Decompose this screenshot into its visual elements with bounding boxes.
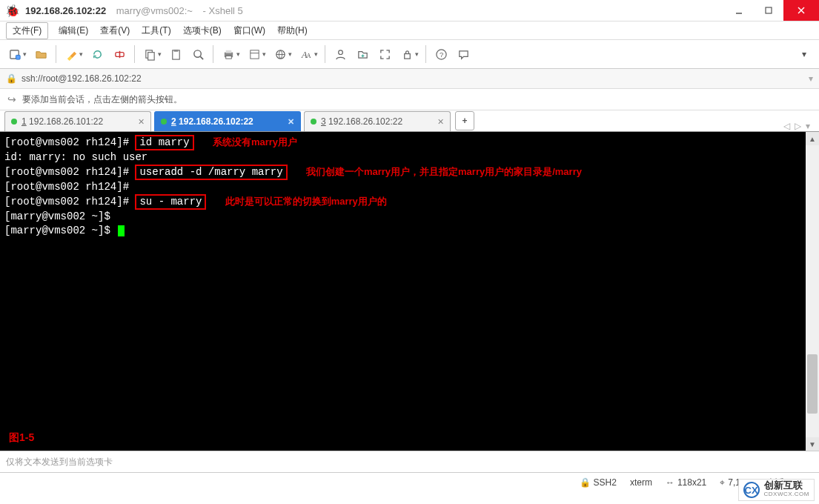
svg-rect-5: [16, 55, 20, 59]
status-dot-icon: [11, 119, 17, 125]
user-button[interactable]: [330, 44, 351, 64]
lock-button[interactable]: [397, 44, 421, 64]
properties-button[interactable]: [244, 44, 268, 64]
minimize-button[interactable]: [724, 0, 754, 21]
fullscreen-button[interactable]: [374, 44, 395, 64]
maximize-button[interactable]: [754, 0, 783, 21]
address-dropdown-icon[interactable]: ▾: [809, 73, 813, 84]
menu-tools[interactable]: 工具(T): [136, 23, 176, 39]
tab-strip: 1 192.168.26.101:22 ✕ 2 192.168.26.102:2…: [0, 110, 819, 132]
tab-close-icon[interactable]: ✕: [437, 117, 444, 127]
add-tab-button[interactable]: +: [455, 111, 474, 130]
figure-label: 图1-5: [9, 431, 34, 445]
tab-close-icon[interactable]: ✕: [138, 117, 145, 127]
svg-rect-1: [766, 7, 772, 13]
help-button[interactable]: ?: [431, 44, 451, 64]
xftp-button[interactable]: [352, 44, 373, 64]
status-term: xterm: [630, 477, 652, 488]
tab-label: 2 192.168.26.102:22: [171, 116, 253, 127]
compose-input[interactable]: 仅将文本发送到当前选项卡: [0, 451, 819, 473]
window-controls: [724, 0, 819, 21]
tab-1[interactable]: 1 192.168.26.101:22 ✕: [4, 111, 151, 131]
cursor: [118, 225, 125, 236]
lock-icon: 🔒: [6, 73, 17, 84]
copy-button[interactable]: [139, 44, 164, 64]
highlight-button[interactable]: [61, 44, 85, 64]
new-session-button[interactable]: [4, 44, 29, 64]
status-bar: 🔒SSH2 xterm ↔118x21 ⌖7,19 3 会话 ⊕ ▾: [0, 473, 819, 492]
app-window: 🐞 192.168.26.102:22 marry@vms002:~ - Xsh…: [0, 0, 819, 504]
window-title: 192.168.26.102:22 marry@vms002:~ - Xshel…: [25, 5, 243, 16]
svg-point-22: [338, 50, 342, 54]
close-button[interactable]: [783, 0, 819, 21]
toolbar-overflow-button[interactable]: ▾: [794, 44, 815, 64]
hint-text: 要添加当前会话，点击左侧的箭头按钮。: [22, 93, 182, 106]
open-session-button[interactable]: [30, 44, 51, 64]
scroll-up-icon[interactable]: ▲: [806, 132, 819, 145]
status-dot-icon: [161, 119, 167, 125]
annotation: 系统没有marry用户: [213, 136, 297, 147]
tab-close-icon[interactable]: ✕: [288, 117, 294, 127]
menu-view[interactable]: 查看(V): [94, 23, 136, 39]
menu-edit[interactable]: 编辑(E): [53, 23, 94, 39]
reconnect-button[interactable]: [87, 44, 107, 64]
menu-window[interactable]: 窗口(W): [228, 23, 271, 39]
address-text: ssh://root@192.168.26.102:22: [21, 73, 142, 84]
tab-3[interactable]: 3 192.168.26.102:22 ✕: [304, 111, 451, 131]
svg-text:?: ?: [439, 50, 442, 59]
menu-help[interactable]: 帮助(H): [271, 23, 314, 39]
globe-button[interactable]: [270, 44, 294, 64]
svg-rect-11: [173, 49, 178, 51]
cmd-highlight: su - marry: [135, 194, 206, 210]
tab-nav: ◁ ▷ ▾: [783, 121, 815, 131]
font-button[interactable]: AA: [296, 44, 320, 64]
toolbar: AA ? ▾: [0, 40, 819, 69]
svg-rect-16: [226, 56, 232, 59]
caret-icon: ⌖: [720, 477, 725, 488]
title-session: marry@vms002:~: [116, 5, 193, 16]
print-button[interactable]: [218, 44, 242, 64]
annotation: 此时是可以正常的切换到marry用户的: [225, 196, 387, 207]
address-bar[interactable]: 🔒 ssh://root@192.168.26.102:22 ▾: [0, 69, 819, 89]
terminal-area[interactable]: [root@vms002 rh124]# id marry 系统没有marry用…: [0, 132, 819, 451]
size-icon: ↔: [666, 477, 674, 488]
paste-button[interactable]: [165, 44, 186, 64]
feedback-button[interactable]: [453, 44, 474, 64]
scroll-down-icon[interactable]: ▼: [806, 437, 819, 451]
status-size: ↔118x21: [666, 477, 706, 488]
annotation: 我们创建一个marry用户，并且指定marry用户的家目录是/marry: [306, 166, 582, 177]
terminal-scrollbar[interactable]: ▲ ▼: [806, 132, 819, 451]
tab-list-icon[interactable]: ▾: [806, 121, 810, 131]
menu-bar: 文件(F) 编辑(E) 查看(V) 工具(T) 选项卡(B) 窗口(W) 帮助(…: [0, 21, 819, 40]
compose-placeholder: 仅将文本发送到当前选项卡: [6, 456, 113, 468]
status-dot-icon: [311, 119, 316, 125]
svg-text:A: A: [307, 52, 312, 59]
toolbar-sep: [325, 45, 325, 63]
svg-line-13: [200, 56, 203, 59]
status-proto: 🔒SSH2: [580, 477, 617, 488]
menu-file[interactable]: 文件(F): [6, 22, 48, 39]
tab-prev-icon[interactable]: ◁: [783, 121, 790, 131]
add-arrow-icon[interactable]: ↪: [6, 93, 18, 105]
tab-next-icon[interactable]: ▷: [795, 121, 801, 131]
tab-2[interactable]: 2 192.168.26.102:22 ✕: [154, 111, 301, 131]
toolbar-sep: [56, 45, 56, 63]
terminal-output: [root@vms002 rh124]# id marry 系统没有marry用…: [0, 132, 806, 451]
svg-rect-9: [148, 52, 155, 59]
title-bar: 🐞 192.168.26.102:22 marry@vms002:~ - Xsh…: [0, 0, 819, 21]
hint-bar: ↪ 要添加当前会话，点击左侧的箭头按钮。: [0, 89, 819, 110]
svg-rect-15: [226, 50, 232, 53]
lock-icon: 🔒: [580, 477, 591, 488]
app-icon: 🐞: [6, 4, 19, 17]
watermark-logo-icon: CX: [743, 482, 760, 498]
svg-rect-17: [251, 50, 259, 58]
cmd-highlight: useradd -d /marry marry: [135, 165, 287, 180]
scroll-thumb[interactable]: [807, 354, 818, 414]
disconnect-button[interactable]: [109, 44, 130, 64]
tab-label: 1 192.168.26.101:22: [21, 116, 103, 127]
menu-tabs[interactable]: 选项卡(B): [177, 23, 228, 39]
find-button[interactable]: [188, 44, 208, 64]
title-app: - Xshell 5: [203, 5, 243, 16]
tab-label: 3 192.168.26.102:22: [321, 116, 402, 127]
svg-point-12: [193, 50, 200, 56]
